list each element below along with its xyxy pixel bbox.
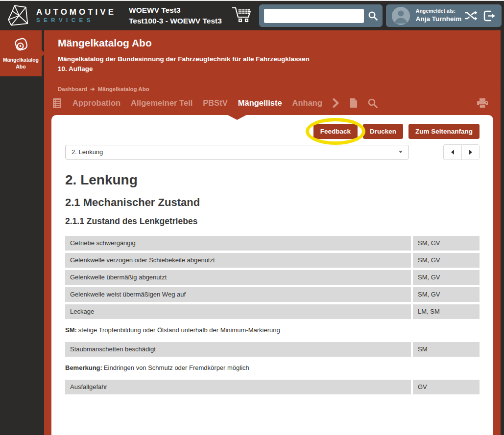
- user-panel: Angemeldet als: Anja Turnheim: [386, 4, 502, 27]
- defect-text: Gelenkwelle weist übermäßigen Weg auf: [65, 287, 411, 302]
- defect-text: Gelenkwelle verzogen oder Schiebekeile a…: [65, 253, 411, 268]
- card-toolbar: Feedback Drucken Zum Seitenanfang: [65, 124, 480, 139]
- table-row[interactable]: Gelenkwelle weist übermäßigen Weg auf SM…: [65, 287, 480, 302]
- contents-list-icon[interactable]: [52, 98, 62, 109]
- defect-table-1: Getriebe schwergängig SM, GV Gelenkwelle…: [65, 236, 480, 319]
- table-row[interactable]: Leckage LM, SM: [65, 304, 480, 319]
- page-subtitle: Mängelkatalog der Bundesinnung der Fahrz…: [58, 54, 488, 74]
- section-select-row: 2. Lenkung: [65, 144, 480, 160]
- top-bar: AUTOMOTIVE SERVICES WOEWV Test3 Test100-…: [0, 1, 504, 30]
- org-line-1: WOEWV Test3: [129, 5, 222, 16]
- table-row[interactable]: Gelenkwelle verzogen oder Schiebekeile a…: [65, 253, 480, 268]
- back-to-top-button[interactable]: Zum Seitenanfang: [408, 124, 480, 139]
- document-icon[interactable]: [349, 98, 358, 108]
- content-card: Feedback Drucken Zum Seitenanfang 2. Len…: [51, 115, 493, 435]
- defect-text: Ausfallgefahr: [65, 380, 411, 394]
- sidebar-item-maengelkatalog-abo[interactable]: Mängelkatalog Abo: [0, 30, 42, 76]
- defect-text: Staubmanschetten beschädigt: [65, 342, 411, 357]
- catalog-icon: [12, 37, 30, 54]
- defect-code: SM, GV: [413, 253, 480, 268]
- page-title: Mängelkatalog Abo: [58, 37, 488, 49]
- table-row[interactable]: Ausfallgefahr GV: [65, 380, 480, 394]
- table-row[interactable]: Staubmanschetten beschädigt SM: [65, 342, 480, 357]
- logo-mark-icon: [6, 4, 32, 27]
- subsection-heading: 2.1.1 Zustand des Lenkgetriebes: [65, 216, 480, 227]
- note-label: Bemerkung:: [65, 364, 102, 371]
- breadcrumb-arrow-icon: ➔: [90, 86, 95, 92]
- active-tab-notch: [228, 115, 246, 120]
- table-row[interactable]: Gelenkwelle übermäßig abgenutzt SM, GV: [65, 270, 480, 285]
- sidebar: Mängelkatalog Abo: [0, 30, 44, 435]
- defect-code: SM, GV: [413, 270, 480, 285]
- printer-icon[interactable]: [477, 98, 488, 109]
- chevron-right-icon[interactable]: [333, 98, 339, 108]
- next-chapter-button[interactable]: [461, 144, 480, 160]
- note-text: stetige Tropfenbildung oder Ölstand unte…: [78, 326, 280, 334]
- logged-in-as-label: Angemeldet als:: [416, 8, 462, 15]
- chevron-down-icon: [399, 151, 403, 153]
- sidebar-item-label: Mängelkatalog Abo: [3, 57, 39, 70]
- section-heading: 2.1 Mechanischer Zustand: [65, 196, 480, 209]
- section-nav: Approbation Allgemeiner Teil PBStV Mänge…: [44, 92, 501, 109]
- defect-code: LM, SM: [413, 304, 480, 319]
- chapter-pager: [443, 144, 480, 160]
- global-search-panel: [259, 4, 383, 27]
- cart-icon[interactable]: [231, 5, 252, 26]
- search-input[interactable]: [264, 9, 364, 23]
- table-row[interactable]: Getriebe schwergängig SM, GV: [65, 236, 480, 251]
- search-submit-button[interactable]: [368, 11, 378, 21]
- breadcrumb-dashboard[interactable]: Dashboard: [58, 86, 87, 92]
- prev-icon: [451, 150, 454, 155]
- note-text: Eindringen von Schmutz oder Fremdkörper …: [104, 364, 249, 371]
- content-area: Mängelkatalog Abo Mängelkatalog der Bund…: [44, 30, 501, 435]
- tab-allgemeiner-teil[interactable]: Allgemeiner Teil: [131, 98, 192, 108]
- org-line-2: Test100-3 - WOEWV Test3: [129, 16, 222, 26]
- nav-search-icon[interactable]: [368, 98, 378, 108]
- defect-text: Gelenkwelle übermäßig abgenutzt: [65, 270, 411, 285]
- breadcrumb: Dashboard ➔ Mängelkatalog Abo: [44, 81, 501, 92]
- defect-code: GV: [413, 380, 480, 394]
- chapter-heading: 2. Lenkung: [65, 172, 480, 188]
- note-label: SM:: [65, 326, 77, 334]
- defect-text: Leckage: [65, 304, 411, 319]
- chapter-select[interactable]: 2. Lenkung: [65, 145, 409, 160]
- next-icon: [469, 150, 472, 155]
- tab-anhang[interactable]: Anhang: [292, 98, 322, 108]
- defect-code: SM: [413, 342, 480, 357]
- page-header: Mängelkatalog Abo Mängelkatalog der Bund…: [44, 30, 501, 81]
- defect-text: Getriebe schwergängig: [65, 236, 411, 251]
- previous-chapter-button[interactable]: [443, 144, 461, 160]
- breadcrumb-current: Mängelkatalog Abo: [98, 86, 149, 92]
- print-button[interactable]: Drucken: [363, 124, 403, 139]
- logo-text-services: SERVICES: [36, 17, 116, 23]
- app-logo: AUTOMOTIVE SERVICES: [6, 4, 116, 27]
- feedback-button[interactable]: Feedback: [313, 124, 358, 139]
- tab-approbation[interactable]: Approbation: [72, 98, 120, 108]
- active-item-notch: [41, 49, 45, 57]
- tab-maengelliste[interactable]: Mängelliste: [238, 98, 282, 108]
- tab-pbstv[interactable]: PBStV: [203, 98, 227, 108]
- logout-icon[interactable]: [483, 10, 496, 22]
- search-icon: [368, 11, 378, 21]
- user-info: Angemeldet als: Anja Turnheim: [416, 8, 462, 23]
- user-name: Anja Turnheim: [416, 15, 462, 23]
- chapter-select-value: 2. Lenkung: [72, 148, 103, 156]
- defect-code: SM, GV: [413, 287, 480, 302]
- note-sm: SM:stetige Tropfenbildung oder Ölstand u…: [65, 326, 480, 334]
- defect-table-2: Staubmanschetten beschädigt SM: [65, 342, 480, 357]
- note-bemerkung: Bemerkung:Eindringen von Schmutz oder Fr…: [65, 364, 480, 371]
- defect-table-3: Ausfallgefahr GV: [65, 380, 480, 394]
- logo-text-automotive: AUTOMOTIVE: [36, 8, 116, 17]
- avatar: [392, 7, 410, 25]
- organization-info: WOEWV Test3 Test100-3 - WOEWV Test3: [129, 5, 222, 27]
- defect-code: SM, GV: [413, 236, 480, 251]
- switch-user-icon[interactable]: [464, 10, 478, 21]
